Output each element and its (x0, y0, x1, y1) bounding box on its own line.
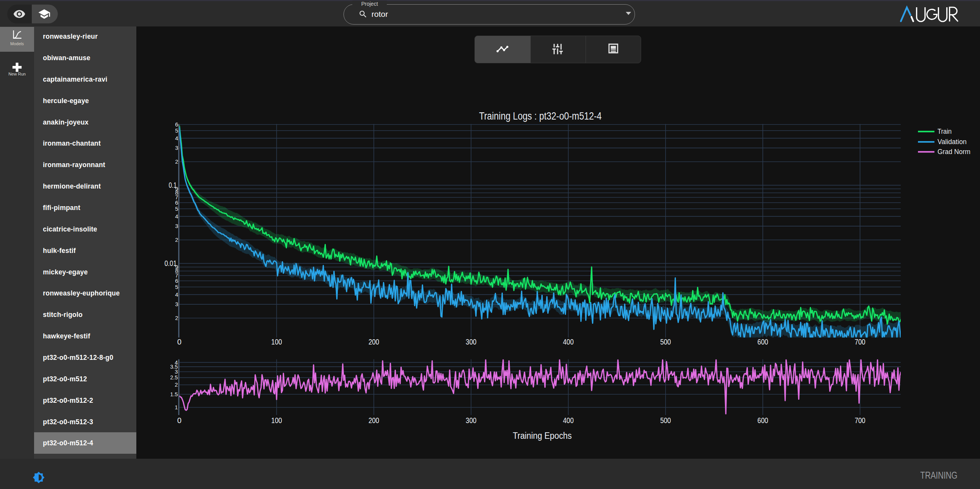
svg-text:500: 500 (660, 338, 671, 346)
svg-text:200: 200 (368, 416, 379, 425)
svg-text:4: 4 (175, 135, 178, 141)
svg-text:Grad Norm: Grad Norm (937, 148, 970, 156)
svg-text:3: 3 (175, 223, 178, 229)
svg-text:6: 6 (175, 121, 178, 128)
svg-text:3: 3 (175, 301, 178, 307)
svg-text:3: 3 (175, 145, 178, 151)
svg-text:2: 2 (175, 382, 178, 388)
svg-text:TRAINING: TRAINING (920, 469, 957, 481)
svg-text:2: 2 (175, 315, 178, 321)
svg-text:100: 100 (271, 338, 282, 346)
svg-text:4: 4 (175, 292, 178, 298)
svg-text:6: 6 (175, 278, 178, 284)
svg-text:200: 200 (368, 338, 379, 346)
svg-text:300: 300 (466, 338, 476, 346)
svg-text:1.5: 1.5 (170, 391, 178, 397)
svg-text:600: 600 (757, 416, 768, 425)
svg-text:1: 1 (175, 404, 178, 410)
svg-text:2.5: 2.5 (170, 374, 178, 381)
svg-text:600: 600 (757, 338, 768, 346)
svg-text:Training Epochs: Training Epochs (513, 431, 572, 441)
svg-text:0.1: 0.1 (169, 181, 177, 189)
svg-text:5: 5 (175, 128, 178, 134)
svg-text:0: 0 (177, 338, 182, 346)
svg-text:Training Logs : pt32-o0-m512-4: Training Logs : pt32-o0-m512-4 (479, 110, 602, 122)
svg-text:Train: Train (937, 128, 952, 135)
svg-text:100: 100 (271, 416, 282, 425)
svg-text:700: 700 (855, 338, 865, 346)
svg-text:2: 2 (175, 159, 178, 165)
svg-text:500: 500 (660, 416, 671, 425)
svg-text:400: 400 (563, 416, 574, 425)
svg-text:0: 0 (177, 416, 182, 425)
svg-text:Validation: Validation (937, 138, 967, 146)
svg-text:2: 2 (175, 237, 178, 243)
svg-text:700: 700 (855, 416, 865, 425)
svg-text:4: 4 (175, 213, 178, 220)
svg-text:0.01: 0.01 (164, 259, 177, 267)
svg-text:5: 5 (175, 206, 178, 212)
svg-text:6: 6 (175, 200, 178, 206)
svg-text:4: 4 (175, 359, 178, 366)
svg-text:400: 400 (563, 338, 574, 346)
svg-text:300: 300 (466, 416, 476, 425)
svg-text:5: 5 (175, 284, 178, 290)
